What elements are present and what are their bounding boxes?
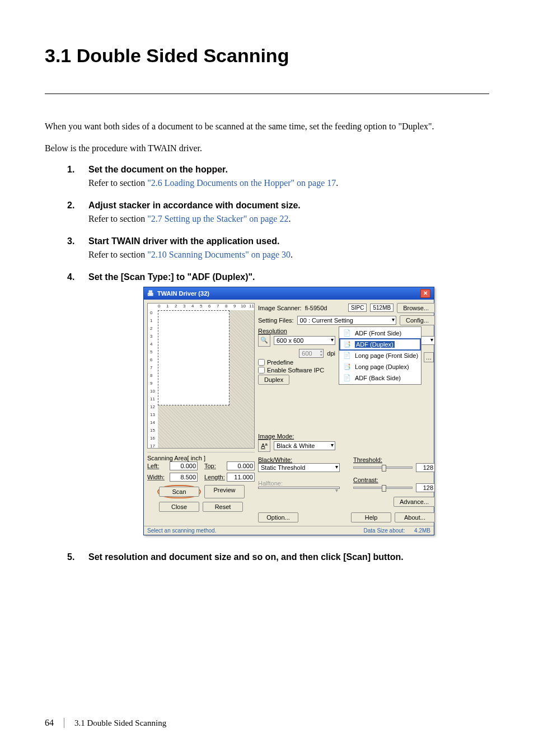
threshold-slider[interactable] <box>353 466 413 469</box>
threshold-value[interactable] <box>416 463 435 472</box>
setting-files-dropdown[interactable]: 00 : Current Setting <box>297 316 396 325</box>
footer-section: 3.1 Double Sided Scanning <box>74 718 166 728</box>
contrast-value[interactable] <box>416 483 435 492</box>
step-number: 2. <box>67 200 77 211</box>
step-1: 1. Set the document on the hopper. Refer… <box>67 165 489 188</box>
setting-files-label: Setting Files: <box>258 317 294 324</box>
scan-type-item-long-duplex[interactable]: 📑Long page (Duplex) <box>340 362 420 372</box>
status-right-label: Data Size about: <box>363 528 405 534</box>
ref-link[interactable]: "2.7 Setting up the Stacker" on page 22 <box>147 214 288 223</box>
scan-callout: Scan <box>157 485 201 498</box>
step-title: Set the [Scan Type:] to "ADF (Duplex)". <box>88 272 255 282</box>
duplex-icon: 📑 <box>341 340 353 349</box>
ref-link[interactable]: "2.10 Scanning Documents" on page 30 <box>147 250 291 259</box>
scanning-area-label: Scanning Area[ inch ] <box>147 455 255 461</box>
resolution-dropdown[interactable]: 600 x 600 <box>274 336 335 345</box>
dpi-spin[interactable]: 600 <box>299 349 324 358</box>
status-left: Select an scanning method. <box>147 528 216 534</box>
ruler-left: 0 1 2 3 4 5 6 7 8 9 <box>148 310 158 448</box>
page-footer: 64 3.1 Double Sided Scanning <box>45 718 166 728</box>
blackwhite-dropdown[interactable]: Static Threshold <box>258 463 340 472</box>
ref-prefix: Refer to section <box>88 178 147 188</box>
top-input[interactable] <box>227 461 255 470</box>
reset-button[interactable]: Reset <box>203 502 243 512</box>
step-number: 5. <box>67 552 77 562</box>
image-mode-label: Image Mode: <box>258 433 435 440</box>
left-label: Left: <box>147 463 167 469</box>
ref-link[interactable]: "2.6 Loading Documents on the Hopper" on… <box>147 178 336 188</box>
ref-prefix: Refer to section <box>88 214 147 223</box>
config-button[interactable]: Config... <box>400 315 435 325</box>
image-mode-icon: Aª <box>258 440 270 452</box>
ref-prefix: Refer to section <box>88 250 147 259</box>
scan-button[interactable]: Scan <box>159 487 199 497</box>
preview-ruler-box[interactable]: 0 1 2 3 4 5 6 7 8 9 <box>147 303 255 449</box>
divider <box>45 94 489 94</box>
predefine-checkbox[interactable] <box>258 359 265 366</box>
scanner-icon: 🖶 <box>147 290 154 297</box>
blackwhite-label: Black/White: <box>258 456 340 463</box>
step-number: 3. <box>67 236 77 246</box>
long-duplex-icon: 📑 <box>341 362 353 371</box>
intro-para-1: When you want both sides of a document t… <box>45 121 489 133</box>
step-5: 5. Set resolution and document size and … <box>67 552 489 562</box>
page-icon: 📄 <box>341 329 353 338</box>
long-page-icon: 📄 <box>341 351 353 360</box>
twain-title: TWAIN Driver (32) <box>157 290 209 297</box>
step-title: Adjust stacker in accordance with docume… <box>88 200 301 211</box>
intro-para-2: Below is the procedure with TWAIN driver… <box>45 143 489 155</box>
step-2: 2. Adjust stacker in accordance with doc… <box>67 200 489 224</box>
back-page-icon: 📄 <box>341 374 353 382</box>
width-label: Width: <box>147 474 167 480</box>
width-input[interactable] <box>170 473 198 482</box>
resolution-icon: 🔍 <box>258 334 270 347</box>
halftone-dropdown <box>258 487 340 489</box>
step-title: Set resolution and document size and so … <box>88 552 404 562</box>
scanning-area-group: Scanning Area[ inch ] Left: Top: Width: <box>147 452 255 512</box>
preview-page-rect[interactable] <box>158 310 229 405</box>
scan-type-item-adf-back[interactable]: 📄ADF (Back Side) <box>340 373 420 383</box>
page-number: 64 <box>45 718 54 728</box>
dpi-unit: dpi <box>327 350 335 357</box>
length-input[interactable] <box>227 473 255 482</box>
scan-type-list[interactable]: 📄ADF (Front Side) 📑ADF (Duplex) 📄Long pa… <box>339 326 421 385</box>
contrast-slider[interactable] <box>353 487 413 489</box>
about-button[interactable]: About... <box>395 512 435 522</box>
scan-type-item-adf-duplex[interactable]: 📑ADF (Duplex) <box>340 339 420 349</box>
step-number: 4. <box>67 272 77 282</box>
top-label: Top: <box>204 463 224 469</box>
close-button[interactable]: ✕ <box>420 289 430 298</box>
ref-suffix: . <box>291 250 293 259</box>
browse-button[interactable]: Browse... <box>397 303 435 313</box>
advance-button[interactable]: Advance... <box>394 497 435 507</box>
predefine-label: Predefine <box>267 359 293 366</box>
resolution-label: Resolution <box>258 328 335 334</box>
duplex-button[interactable]: Duplex <box>258 375 289 385</box>
enable-ipc-checkbox[interactable] <box>258 367 265 374</box>
option-button[interactable]: Option... <box>258 512 298 522</box>
left-input[interactable] <box>170 461 198 470</box>
scan-type-item-long-front[interactable]: 📄Long page (Front Side) <box>340 351 420 361</box>
twain-titlebar[interactable]: 🖶 TWAIN Driver (32) ✕ <box>144 287 434 300</box>
close-dialog-button[interactable]: Close <box>159 502 199 512</box>
scan-type-item-adf-front[interactable]: 📄ADF (Front Side) <box>340 328 420 338</box>
sipc-chip: SIPC <box>348 304 367 312</box>
ref-suffix: . <box>288 214 291 223</box>
ref-suffix: . <box>336 178 338 188</box>
enable-ipc-label: Enable Software IPC <box>267 367 324 374</box>
step-title: Start TWAIN driver with the application … <box>88 236 279 246</box>
image-mode-dropdown[interactable]: Black & White <box>274 441 335 450</box>
ruler-top: 0 1 2 3 4 5 6 7 8 9 <box>158 304 254 310</box>
status-right-value: 4.2MB <box>414 528 430 534</box>
image-scanner-label: Image Scanner: <box>258 305 302 311</box>
step-title: Set the document on the hopper. <box>88 165 228 175</box>
scan-type-more-button[interactable]: … <box>424 352 434 362</box>
step-3: 3. Start TWAIN driver with the applicati… <box>67 236 489 260</box>
page-title: 3.1 Double Sided Scanning <box>45 45 489 67</box>
preview-button[interactable]: Preview <box>204 485 245 498</box>
step-number: 1. <box>67 165 77 175</box>
mem-chip: 512MB <box>370 304 394 312</box>
halftone-label: Halftone: <box>258 480 340 487</box>
threshold-label: Threshold: <box>353 456 435 463</box>
help-button[interactable]: Help <box>351 512 391 522</box>
